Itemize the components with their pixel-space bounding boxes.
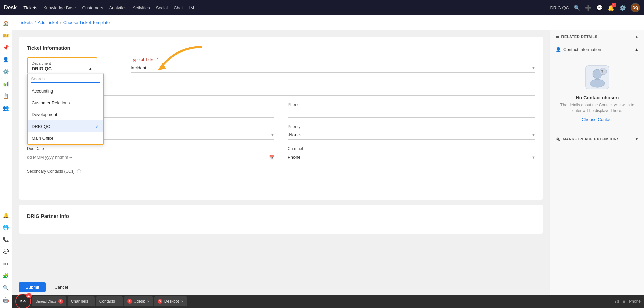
priority-select[interactable]: -None- ▼ [288,130,535,140]
card-title: Ticket Information [27,45,535,51]
main-content: Ticket Information Department DRIG QC ▲ [12,30,644,295]
sidebar-chat2-icon[interactable]: 💬 [1,246,11,257]
cancel-button[interactable]: Cancel [49,282,73,292]
choose-contact-link[interactable]: Choose Contact [582,117,613,122]
dept-arrow-icon: ▲ [88,66,93,71]
marketplace-header[interactable]: 🔌 MARKETPLACE EXTENSIONS ▼ [556,137,639,141]
sidebar-home-icon[interactable]: 🏠 [1,18,11,29]
marketplace-expand-icon[interactable]: ▼ [635,137,639,141]
department-section: Department DRIG QC ▲ Accounting Customer… [27,57,97,73]
notifications-icon[interactable]: 🔔 1 [608,5,614,11]
nav-customers[interactable]: Customers [82,5,103,11]
add-icon[interactable]: ➕ [585,5,592,11]
due-date-label: Due Date [27,146,274,151]
sidebar-search2-icon[interactable]: 🔍 [1,283,11,293]
bottom-tab-channels[interactable]: Channels [68,296,95,306]
no-contact-title: No Contact chosen [576,95,619,100]
department-search-input[interactable] [31,76,100,83]
breadcrumb-tickets[interactable]: Tickets [19,20,33,25]
bottom-avatar[interactable]: RIG 17 [15,294,31,308]
nav-activities[interactable]: Activities [132,5,150,11]
duedate-channel-row: Due Date 📅 Channel Phone ▼ [27,146,535,162]
related-details-header[interactable]: ☰ RELATED DETAILS ▲ [556,34,639,39]
dept-option-main-office[interactable]: Main Office [28,132,103,144]
type-label: Type of Ticket * [131,57,535,62]
nav-right: DRIG QC 🔍 ➕ 💬 🔔 1 ⚙️ DQ [550,3,640,12]
deskbot-tab-close[interactable]: ✕ [181,300,184,303]
dept-option-development[interactable]: Development [28,109,103,120]
nav-user-name[interactable]: DRIG QC [550,5,569,11]
sidebar-chart-icon[interactable]: 📊 [1,78,11,89]
top-navigation: Desk Tickets Knowledge Base Customers An… [0,0,644,15]
sidebar-settings-icon[interactable]: ⚙️ [1,66,11,77]
app-logo[interactable]: Desk [4,5,17,11]
secondary-contacts-input[interactable] [27,176,535,185]
sidebar-phone-icon[interactable]: 📞 [1,234,11,245]
sidebar-more-icon[interactable]: ••• [1,258,11,269]
sidebar-tickets-icon[interactable]: 🎫 [1,30,11,41]
sidebar-people-icon[interactable]: 👥 [1,103,11,113]
nav-tickets[interactable]: Tickets [23,5,37,11]
due-date-text-input[interactable] [27,155,269,160]
channel-value: Phone [288,155,301,160]
contacts-label: Contacts [99,299,115,304]
sidebar-list-icon[interactable]: 📋 [1,90,11,101]
sidebar-globe-icon[interactable]: 🌐 [1,222,11,233]
breadcrumb-sep2: / [60,20,61,25]
calendar-icon[interactable]: 📅 [269,155,274,160]
phone-input[interactable] [288,108,535,118]
nav-social[interactable]: Social [156,5,168,11]
sidebar-contacts-icon[interactable]: 👤 [1,54,11,65]
submit-bar: Submit Cancel [12,280,80,295]
sidebar-alert-icon[interactable]: 🔔 [1,210,11,221]
drig-partner-card: DRIG Partner Info [19,205,543,234]
bottom-tab-desk[interactable]: 2 #desk ✕ [124,296,153,306]
dept-type-row: Department DRIG QC ▲ Accounting Customer… [27,57,535,73]
dept-option-customer-relations[interactable]: Customer Relations [28,97,103,109]
department-selected-header[interactable]: Department DRIG QC ▲ [27,57,97,73]
breadcrumb-template[interactable]: Choose Ticket Template [63,20,110,25]
dept-option-accounting[interactable]: Accounting [28,85,103,97]
bottom-tab-deskbot[interactable]: 3 Deskbot ✕ [154,296,187,306]
breadcrumb-sep1: / [35,20,36,25]
sidebar-widget-icon[interactable]: 🧩 [1,270,11,281]
breadcrumb-add-ticket[interactable]: Add Ticket [38,20,58,25]
channel-select[interactable]: Phone ▼ [288,152,535,162]
bottom-right-info: 7s ⊞ Phone [615,299,641,304]
contact-collapse-icon[interactable]: ▲ [634,47,639,52]
bottom-tab-contacts[interactable]: Contacts [96,296,123,306]
drig-partner-title: DRIG Partner Info [27,213,535,219]
secondary-contacts-label: Secondary Contacts (CCs) ⓘ [27,169,535,174]
nav-analytics[interactable]: Analytics [109,5,126,11]
dept-option-drig-qc[interactable]: DRIG QC ✓ [28,120,103,132]
nav-im[interactable]: IM [189,5,194,11]
department-dropdown: Accounting Customer Relations Developmen… [27,73,104,145]
phone-text-input[interactable] [288,110,535,115]
priority-arrow-icon: ▼ [532,133,535,137]
secondary-contacts-text-input[interactable] [27,178,535,183]
type-value: Incident [131,65,146,70]
settings-icon[interactable]: ⚙️ [619,5,626,11]
bottom-phone-label[interactable]: Phone [629,299,641,304]
sidebar-pin-icon[interactable]: 📌 [1,42,11,53]
nav-knowledge-base[interactable]: Knowledge Base [43,5,76,11]
chat-icon[interactable]: 💬 [596,5,603,11]
avatar[interactable]: DQ [631,3,640,12]
submit-button[interactable]: Submit [19,282,46,292]
bottom-avatar-initials: RIG [20,300,26,303]
channel-label: Channel [288,146,535,151]
desk-tab-close[interactable]: ✕ [147,300,150,303]
type-of-ticket-group: Type of Ticket * Incident ▼ [131,57,535,73]
bottom-tab-unread-chats[interactable]: Unread Chats 2 [32,296,66,306]
right-panel: ☰ RELATED DETAILS ▲ 👤 Contact Informatio… [550,30,644,295]
sidebar-bot-icon[interactable]: 🤖 [1,295,11,305]
bottom-grid-icon[interactable]: ⊞ [622,299,626,304]
type-select[interactable]: Incident ▼ [131,63,535,73]
related-details-icon: ☰ [556,34,559,39]
search-icon[interactable]: 🔍 [574,5,580,11]
contact-info-header[interactable]: 👤 Contact Information ▲ [556,47,639,52]
channels-label: Channels [71,299,88,304]
nav-chat[interactable]: Chat [174,5,183,11]
related-collapse-icon[interactable]: ▲ [635,35,639,39]
due-date-input[interactable]: 📅 [27,152,274,162]
